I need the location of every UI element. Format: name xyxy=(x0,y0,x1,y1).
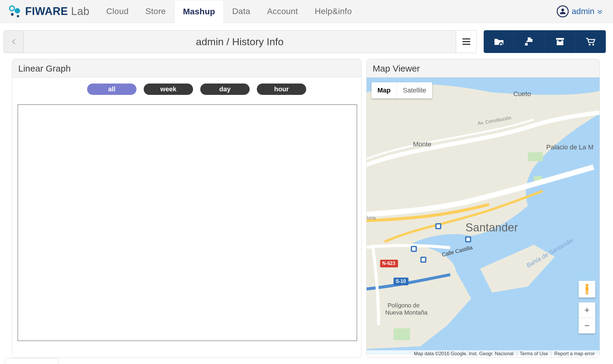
svg-point-1 xyxy=(15,8,20,13)
map-attrib-terms[interactable]: Terms of Use xyxy=(517,351,551,357)
svg-point-12 xyxy=(592,44,594,46)
svg-rect-26 xyxy=(422,258,425,261)
add-workspace-button[interactable] xyxy=(484,30,514,53)
range-pill-all[interactable]: all xyxy=(87,84,136,95)
range-pill-hour[interactable]: hour xyxy=(257,84,306,95)
svg-point-11 xyxy=(589,44,591,46)
zoom-in-button[interactable]: + xyxy=(579,302,595,318)
map-type-satellite[interactable]: Satellite xyxy=(397,82,432,98)
time-range-pills: all week day hour xyxy=(12,78,361,101)
map-zoom-control: + − xyxy=(579,302,595,333)
brand-logo[interactable]: FIWARE Lab xyxy=(8,4,89,19)
nav-item-data[interactable]: Data xyxy=(224,0,259,23)
svg-rect-28 xyxy=(585,287,588,291)
brand-mark-icon xyxy=(8,4,23,19)
map-type-toggle: Map Satellite xyxy=(371,82,432,98)
user-name: admin xyxy=(572,7,594,16)
zoom-out-button[interactable]: − xyxy=(579,318,595,333)
user-menu[interactable]: admin xyxy=(557,5,602,17)
svg-rect-30 xyxy=(587,291,588,295)
svg-point-3 xyxy=(17,15,19,17)
map-canvas[interactable] xyxy=(367,78,600,355)
nav-item-account[interactable]: Account xyxy=(259,0,306,23)
nav-item-cloud[interactable]: Cloud xyxy=(98,0,137,23)
nav-item-store[interactable]: Store xyxy=(137,0,174,23)
svg-point-27 xyxy=(585,284,588,287)
svg-point-2 xyxy=(11,13,14,16)
svg-rect-8 xyxy=(556,38,564,40)
bottom-collapsed-tab[interactable] xyxy=(5,358,59,364)
svg-rect-14 xyxy=(528,152,543,161)
nav-item-mashup[interactable]: Mashup xyxy=(174,0,224,23)
nav-item-helpinfo[interactable]: Help&info xyxy=(306,0,360,23)
user-icon xyxy=(557,5,569,17)
hamburger-menu-button[interactable] xyxy=(456,30,477,53)
map-attribution: Map data ©2016 Google, Inst. Geogr. Naci… xyxy=(367,350,600,357)
wiring-button[interactable] xyxy=(514,30,545,53)
svg-rect-5 xyxy=(462,41,470,42)
map-attrib-report[interactable]: Report a map error xyxy=(551,351,598,357)
range-pill-week[interactable]: week xyxy=(144,84,193,95)
workspace: Linear Graph all week day hour Map Viewe… xyxy=(0,53,613,358)
map-attrib-data: Map data ©2016 Google, Inst. Geogr. Naci… xyxy=(368,351,517,357)
svg-rect-17 xyxy=(380,260,398,267)
toolbar-buttons xyxy=(484,30,606,53)
svg-rect-16 xyxy=(394,328,410,340)
svg-rect-18 xyxy=(394,277,409,285)
chevron-down-icon xyxy=(597,7,602,16)
svg-rect-10 xyxy=(559,40,561,42)
back-button[interactable] xyxy=(4,30,23,53)
breadcrumb-title: admin / History Info xyxy=(23,30,456,53)
marketplace-button[interactable] xyxy=(545,30,575,53)
map-viewer-title: Map Viewer xyxy=(367,59,600,78)
svg-rect-29 xyxy=(586,291,587,295)
linear-graph-title: Linear Graph xyxy=(12,59,361,78)
svg-point-0 xyxy=(10,6,14,11)
pegman-icon[interactable] xyxy=(579,281,595,298)
svg-rect-6 xyxy=(462,44,470,45)
range-pill-day[interactable]: day xyxy=(200,84,250,95)
svg-rect-4 xyxy=(462,38,470,40)
map-type-map[interactable]: Map xyxy=(371,82,397,98)
svg-rect-22 xyxy=(466,238,470,241)
action-bar: admin / History Info xyxy=(0,23,613,53)
svg-rect-20 xyxy=(436,225,440,228)
map-body[interactable]: Santander Cueto Monte Palacio de La M Av… xyxy=(367,78,600,357)
breadcrumb-group: admin / History Info xyxy=(4,30,477,53)
nav-items: Cloud Store Mashup Data Account Help&inf… xyxy=(98,0,360,23)
cart-button[interactable] xyxy=(575,30,606,53)
linear-graph-panel: Linear Graph all week day hour xyxy=(12,59,362,358)
top-navigation: FIWARE Lab Cloud Store Mashup Data Accou… xyxy=(0,0,613,23)
brand-text: FIWARE Lab xyxy=(25,5,89,18)
svg-rect-24 xyxy=(412,247,416,251)
map-viewer-panel: Map Viewer xyxy=(366,59,600,358)
chart-area xyxy=(18,104,357,341)
